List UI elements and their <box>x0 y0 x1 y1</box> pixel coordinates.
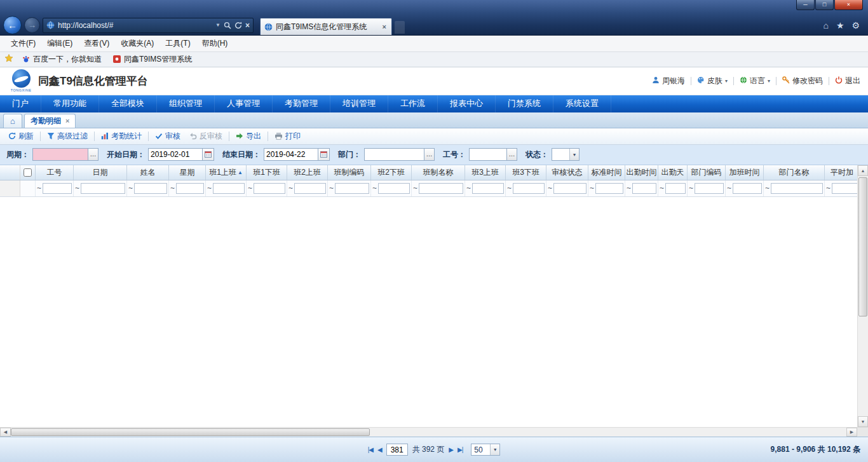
column-header-班2下班[interactable]: 班2下班 <box>371 165 412 180</box>
nav-item-门户[interactable]: 门户 <box>0 95 41 112</box>
back-button[interactable]: ← <box>3 16 22 34</box>
vertical-scroll-thumb[interactable] <box>858 177 867 316</box>
column-header-加班时间[interactable]: 加班时间 <box>726 165 764 180</box>
column-header-出勤天[interactable]: 出勤天 <box>658 165 688 180</box>
browser-tab[interactable]: 同鑫T9IMS信息化管理系统 × <box>260 18 392 35</box>
nav-item-培训管理[interactable]: 培训管理 <box>330 95 388 112</box>
start-date-calendar-button[interactable] <box>203 148 214 161</box>
column-header-平时加[interactable]: 平时加 <box>825 165 857 180</box>
menu-item[interactable]: 工具(T) <box>159 36 196 51</box>
column-header-部门名称[interactable]: 部门名称 <box>764 165 825 180</box>
minimize-button[interactable]: ─ <box>796 0 815 10</box>
nav-item-人事管理[interactable]: 人事管理 <box>215 95 273 112</box>
column-header-出勤时间[interactable]: 出勤时间 <box>625 165 658 180</box>
select-all-checkbox[interactable] <box>24 168 32 177</box>
horizontal-scrollbar[interactable]: ◀ ▶ <box>0 427 868 437</box>
start-date-input[interactable] <box>148 148 203 161</box>
tab-close-icon[interactable]: × <box>381 23 388 31</box>
favorite-item[interactable]: 百度一下，你就知道 <box>22 54 102 65</box>
home-tab[interactable]: ⌂ <box>3 114 22 128</box>
close-button[interactable]: × <box>834 0 863 10</box>
vertical-scrollbar[interactable]: ▲ ▼ <box>857 165 868 427</box>
menu-item[interactable]: 查看(V) <box>78 36 115 51</box>
menu-item[interactable]: 帮助(H) <box>196 36 234 51</box>
end-date-calendar-button[interactable] <box>318 148 330 161</box>
nav-item-组织管理[interactable]: 组织管理 <box>157 95 215 112</box>
nav-item-常用功能[interactable]: 常用功能 <box>41 95 99 112</box>
tab-close-icon[interactable]: × <box>65 117 69 125</box>
column-filter-input[interactable] <box>419 183 463 194</box>
first-page-button[interactable]: |◀ <box>368 446 373 453</box>
nav-item-工作流[interactable]: 工作流 <box>388 95 438 112</box>
audit-button[interactable]: 审核 <box>151 129 185 144</box>
column-filter-input[interactable] <box>595 183 623 194</box>
horizontal-scroll-track[interactable] <box>11 428 846 437</box>
scroll-down-icon[interactable]: ▼ <box>858 416 868 427</box>
period-input[interactable] <box>32 148 88 161</box>
stop-icon[interactable]: × <box>245 21 250 30</box>
column-filter-input[interactable] <box>733 183 762 194</box>
export-button[interactable]: 导出 <box>231 129 266 144</box>
scroll-right-icon[interactable]: ▶ <box>846 428 857 437</box>
column-header-工号[interactable]: 工号 <box>36 165 74 180</box>
column-header-部门编码[interactable]: 部门编码 <box>688 165 726 180</box>
column-filter-input[interactable] <box>134 183 167 194</box>
column-filter-input[interactable] <box>695 183 724 194</box>
nav-item-全部模块[interactable]: 全部模块 <box>99 95 157 112</box>
last-page-button[interactable]: ▶| <box>458 446 463 453</box>
column-header-审核状态[interactable]: 审核状态 <box>546 165 588 180</box>
search-icon[interactable] <box>224 22 231 29</box>
language-menu[interactable]: 语言 ▾ <box>740 76 770 86</box>
address-bar[interactable]: http://localhost/# ▼ × <box>43 18 254 33</box>
column-filter-input[interactable] <box>176 183 204 194</box>
column-header-班2上班[interactable]: 班2上班 <box>287 165 328 180</box>
logout-link[interactable]: 退出 <box>835 76 860 86</box>
user-menu[interactable]: 周银海 <box>652 76 685 86</box>
url-text[interactable]: http://localhost/# <box>58 21 212 30</box>
maximize-button[interactable]: □ <box>815 0 834 10</box>
column-header-班3上班[interactable]: 班3上班 <box>465 165 506 180</box>
column-header-日期[interactable]: 日期 <box>74 165 127 180</box>
column-filter-input[interactable] <box>43 183 72 194</box>
home-icon[interactable]: ⌂ <box>823 20 828 31</box>
period-picker-button[interactable]: … <box>88 148 98 161</box>
department-input[interactable] <box>364 148 424 161</box>
nav-item-报表中心[interactable]: 报表中心 <box>438 95 496 112</box>
favorite-item[interactable]: 同鑫T9IMS管理系统 <box>113 54 192 65</box>
scroll-up-icon[interactable]: ▲ <box>858 165 868 176</box>
prev-page-button[interactable]: ◀ <box>377 446 382 453</box>
page-size-select[interactable]: 50 ▾ <box>471 444 500 456</box>
vertical-scroll-track[interactable] <box>858 176 868 416</box>
column-header-姓名[interactable]: 姓名 <box>127 165 169 180</box>
column-header-班制编码[interactable]: 班制编码 <box>328 165 371 180</box>
favorites-star-icon[interactable]: ★ <box>836 20 844 31</box>
column-filter-input[interactable] <box>553 183 587 194</box>
column-filter-input[interactable] <box>335 183 369 194</box>
column-filter-input[interactable] <box>771 183 823 194</box>
new-tab-button[interactable] <box>395 21 405 34</box>
column-filter-input[interactable] <box>632 183 656 194</box>
address-dropdown-icon[interactable]: ▼ <box>215 22 220 28</box>
refresh-button[interactable]: 刷新 <box>4 129 38 144</box>
advanced-filter-button[interactable]: 高级过滤 <box>43 129 92 144</box>
skin-menu[interactable]: 皮肤 ▾ <box>697 76 728 86</box>
tab-attendance-detail[interactable]: 考勤明细 × <box>24 114 76 128</box>
column-header-班1下班[interactable]: 班1下班 <box>247 165 287 180</box>
column-filter-input[interactable] <box>254 183 285 194</box>
department-picker-button[interactable]: … <box>424 148 435 161</box>
employee-no-input[interactable] <box>469 148 507 161</box>
print-button[interactable]: 打印 <box>270 129 305 144</box>
column-header-星期[interactable]: 星期 <box>169 165 206 180</box>
column-header-班3下班[interactable]: 班3下班 <box>506 165 546 180</box>
column-header-班1上班[interactable]: 班1上班▲ <box>206 165 247 180</box>
nav-item-门禁系统[interactable]: 门禁系统 <box>496 95 553 112</box>
column-filter-input[interactable] <box>213 183 245 194</box>
column-filter-input[interactable] <box>378 183 410 194</box>
column-filter-input[interactable] <box>294 183 326 194</box>
add-favorite-button[interactable] <box>4 54 13 64</box>
nav-item-系统设置[interactable]: 系统设置 <box>553 95 611 112</box>
column-filter-input[interactable] <box>665 183 686 194</box>
end-date-input[interactable] <box>264 148 318 161</box>
scroll-left-icon[interactable]: ◀ <box>0 428 11 437</box>
nav-item-考勤管理[interactable]: 考勤管理 <box>273 95 330 112</box>
